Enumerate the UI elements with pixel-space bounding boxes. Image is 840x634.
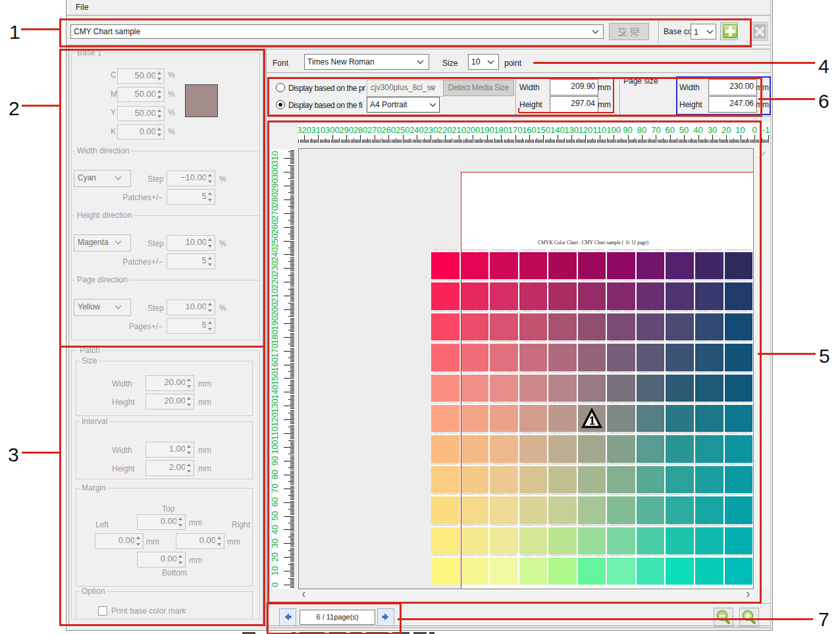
- svg-text:-10: -10: [762, 125, 770, 135]
